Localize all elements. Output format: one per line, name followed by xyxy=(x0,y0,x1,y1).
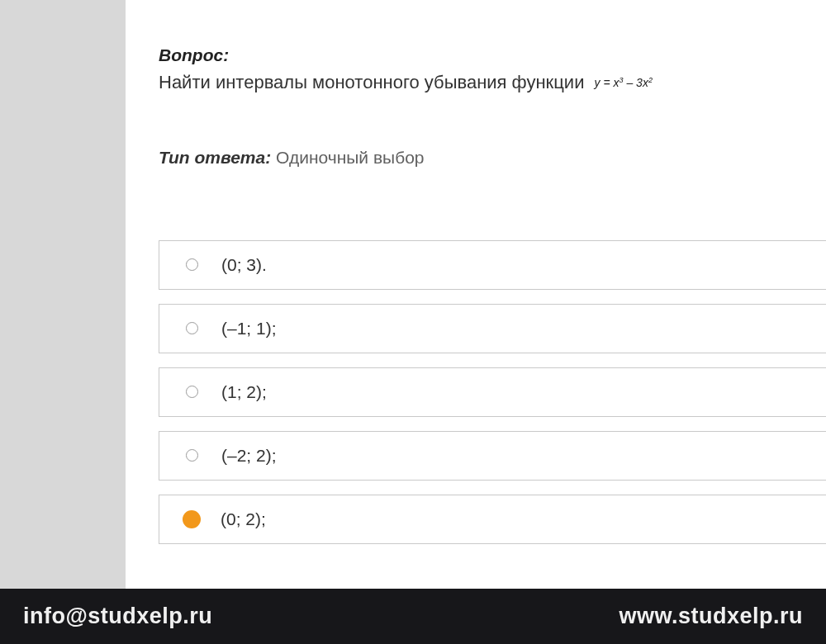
radio-icon[interactable] xyxy=(186,322,198,334)
option-text: (–1; 1); xyxy=(221,319,277,339)
radio-icon[interactable] xyxy=(186,386,198,398)
option-text: (–2; 2); xyxy=(221,446,277,466)
question-formula: y = x3 – 3x2 xyxy=(595,76,653,89)
question-text: Найти интервалы монотонного убывания фун… xyxy=(159,70,826,95)
option-row[interactable]: (–1; 1); xyxy=(159,304,826,353)
footer-email: info@studxelp.ru xyxy=(23,604,212,629)
option-row[interactable]: (–2; 2); xyxy=(159,431,826,481)
answer-type-row: Тип ответа: Одиночный выбор xyxy=(159,148,826,168)
radio-icon[interactable] xyxy=(186,449,198,462)
option-row[interactable]: (1; 2); xyxy=(159,367,826,417)
question-body: Найти интервалы монотонного убывания фун… xyxy=(159,72,584,92)
options-list: (0; 3). (–1; 1); (1; 2); (–2; 2); (0; 2)… xyxy=(159,240,826,544)
radio-icon[interactable] xyxy=(186,258,198,271)
option-text: (1; 2); xyxy=(221,382,267,402)
question-card: Вопрос: Найти интервалы монотонного убыв… xyxy=(126,0,826,589)
option-text: (0; 3). xyxy=(221,255,267,275)
footer-website: www.studxelp.ru xyxy=(619,604,803,629)
option-row[interactable]: (0; 3). xyxy=(159,240,826,290)
answer-type-label: Тип ответа: xyxy=(159,148,271,167)
option-text: (0; 2); xyxy=(221,509,266,529)
option-row[interactable]: (0; 2); xyxy=(159,495,826,544)
question-label: Вопрос: xyxy=(159,45,826,65)
footer-bar: info@studxelp.ru www.studxelp.ru xyxy=(0,589,826,644)
radio-icon-selected[interactable] xyxy=(183,510,201,528)
answer-type-value: Одиночный выбор xyxy=(276,148,425,167)
